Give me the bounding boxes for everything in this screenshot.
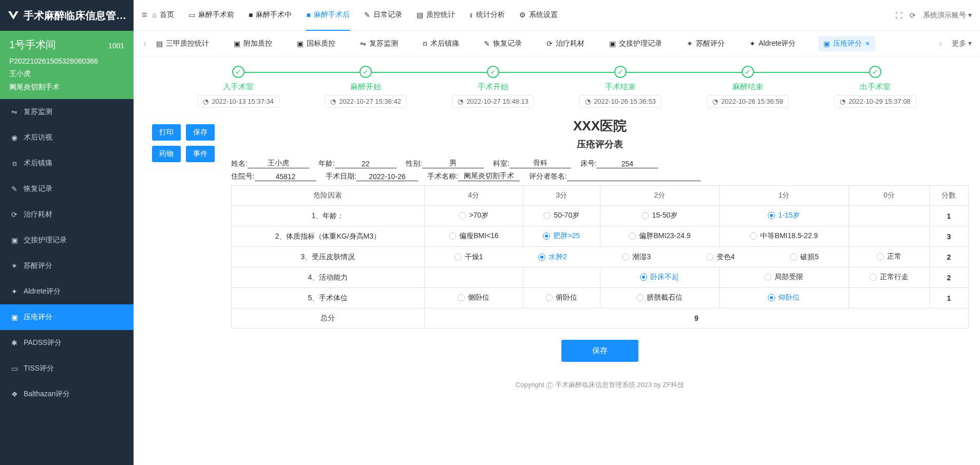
radio-dot-icon [706, 254, 713, 261]
timeline-time[interactable]: ◔2022-10-26 15:36:53 [579, 95, 662, 108]
sidebar-item-8[interactable]: ▣压疮评分 [0, 304, 134, 330]
nav-icon: ⇋ [10, 108, 18, 116]
radio-option[interactable]: 50-70岁 [543, 211, 579, 220]
fold-icon[interactable]: ≡ [142, 10, 147, 21]
tab-3[interactable]: ⇋复苏监测 [358, 36, 400, 51]
timeline-node-1: ✓麻醉开始◔2022-10-27 15:36:42 [302, 66, 429, 108]
radio-option[interactable]: 肥胖>25 [543, 231, 580, 241]
sidebar-item-7[interactable]: ✦Aldrete评分 [0, 279, 134, 304]
radio-option[interactable]: 正常行走 [870, 273, 909, 282]
tab-1[interactable]: ▣附加质控 [232, 36, 274, 51]
topnav-item-3[interactable]: ■麻醉手术后 [306, 0, 349, 31]
timeline-time[interactable]: ◔2022-10-29 15:37:08 [834, 95, 916, 108]
topnav-item-0[interactable]: ⌂首页 [153, 0, 174, 31]
topnav-icon: ■ [306, 11, 310, 19]
radio-option[interactable]: 中等BMI18.5-22.9 [750, 231, 818, 241]
sidebar-item-6[interactable]: ✶苏醒评分 [0, 253, 134, 279]
sidebar-item-0[interactable]: ⇋复苏监测 [0, 99, 134, 125]
radio-option[interactable]: 俯卧位 [545, 293, 577, 302]
tab-7[interactable]: ▣交接护理记录 [607, 36, 664, 51]
submit-button[interactable]: 保存 [561, 340, 638, 362]
tab-4[interactable]: ⧈术后镇痛 [421, 36, 461, 51]
close-icon[interactable]: ✕ [865, 40, 870, 47]
tab-6[interactable]: ⟳治疗耗材 [544, 36, 587, 51]
sidebar-item-5[interactable]: ▣交接护理记录 [0, 227, 134, 253]
sidebar-item-1[interactable]: ◉术后访视 [0, 125, 134, 150]
radio-dot-icon [458, 294, 465, 301]
sidebar-item-2[interactable]: ⧈术后镇痛 [0, 150, 134, 176]
radio-option[interactable]: 破损5 [790, 253, 819, 262]
radio-option[interactable]: 偏胖BMI23-24.9 [629, 231, 690, 241]
tab-8[interactable]: ✶苏醒评分 [685, 36, 727, 51]
tab-9[interactable]: ✦Aldrete评分 [747, 36, 798, 51]
tab-scroll-left[interactable]: ‹ [138, 40, 152, 48]
tabs-more[interactable]: 更多 ▾ [948, 39, 976, 48]
radio-option[interactable]: 水肿2 [538, 253, 567, 262]
radio-option[interactable]: 变色4 [706, 253, 735, 262]
topnav-item-7[interactable]: ⚙系统设置 [519, 0, 558, 31]
nav-icon: ✶ [10, 262, 18, 270]
info-dept[interactable]: 骨科 [510, 159, 571, 168]
topnav-item-1[interactable]: ▭麻醉手术前 [189, 0, 234, 31]
radio-dot-icon [764, 274, 771, 281]
sidebar-item-4[interactable]: ⟳治疗耗材 [0, 202, 134, 227]
footer: Copyright C 手术麻醉临床信息管理系统 2023 by ZF科技 [231, 373, 969, 400]
tab-icon: ▣ [823, 40, 830, 48]
info-bed[interactable]: 254 [596, 160, 658, 168]
radio-option[interactable]: 15-50岁 [642, 211, 677, 220]
tab-icon: ✎ [484, 40, 490, 48]
tab-scroll-right[interactable]: › [933, 40, 948, 48]
radio-option[interactable]: 局部受限 [764, 273, 803, 282]
info-surgery-name[interactable]: 阑尾炎切割手术 [458, 171, 520, 181]
radio-option[interactable]: >70岁 [459, 211, 488, 220]
topnav-icon: ▭ [189, 11, 195, 19]
radio-option[interactable]: 仰卧位 [768, 293, 800, 302]
radio-option[interactable]: 正常 [877, 252, 901, 261]
clock-icon: ◔ [840, 98, 845, 105]
info-name[interactable]: 王小虎 [248, 159, 309, 168]
table-header: 4分 [424, 186, 523, 206]
sidebar-item-9[interactable]: ✱PADSS评分 [0, 330, 134, 356]
sidebar-item-10[interactable]: ▭TISS评分 [0, 356, 134, 381]
timeline-time[interactable]: ◔2022-10-26 15:36:59 [707, 95, 789, 108]
topnav-item-2[interactable]: ■麻醉手术中 [249, 0, 292, 31]
tab-10[interactable]: ▣压疮评分✕ [818, 36, 875, 51]
sidebar-item-3[interactable]: ✎恢复记录 [0, 176, 134, 202]
radio-option[interactable]: 卧床不起 [640, 273, 679, 282]
radio-option[interactable]: 1-15岁 [768, 211, 800, 220]
info-gender[interactable]: 男 [422, 159, 484, 168]
topnav-icon: ■ [249, 11, 253, 19]
save-button[interactable]: 保存 [186, 124, 215, 141]
fullscreen-icon[interactable]: ⛶ [895, 11, 902, 20]
timeline-time[interactable]: ◔2022-10-27 15:48:13 [452, 95, 534, 108]
tab-2[interactable]: ▣国标质控 [295, 36, 337, 51]
radio-dot-icon [622, 254, 629, 261]
info-age[interactable]: 22 [335, 160, 397, 168]
print-button[interactable]: 打印 [152, 124, 181, 141]
tab-5[interactable]: ✎恢复记录 [482, 36, 524, 51]
caret-down-icon: ▾ [968, 11, 972, 19]
radio-option[interactable]: 膀胱截石位 [636, 293, 683, 302]
topnav-item-6[interactable]: ⫾统计分析 [469, 0, 505, 31]
radio-option[interactable]: 潮湿3 [622, 253, 651, 262]
timeline-time[interactable]: ◔2022-10-13 15:37:34 [197, 95, 279, 108]
refresh-icon[interactable]: ⟳ [910, 11, 916, 20]
info-signer[interactable] [567, 181, 701, 181]
topnav-item-5[interactable]: ▤质控统计 [417, 0, 455, 31]
total-score: 9 [424, 308, 968, 328]
event-button[interactable]: 事件 [186, 146, 215, 162]
radio-dot-icon [538, 254, 545, 261]
sidebar-item-11[interactable]: ❖Balthazan评分 [0, 381, 134, 407]
timeline-time[interactable]: ◔2022-10-27 15:36:42 [325, 95, 407, 108]
drug-button[interactable]: 药物 [152, 146, 181, 162]
tab-0[interactable]: ▤三甲质控统计 [154, 36, 211, 51]
radio-option[interactable]: 偏瘦BMI<16 [449, 231, 499, 241]
radio-option[interactable]: 干燥1 [455, 253, 483, 262]
info-admit[interactable]: 45812 [255, 172, 316, 181]
radio-option[interactable]: 侧卧位 [458, 293, 489, 302]
info-surgery-date[interactable]: 2022-10-26 [356, 172, 418, 181]
clock-icon: ◔ [712, 98, 718, 105]
sidebar: 手术麻醉临床信息管… 1号手术间 1001 P20221026150532806… [0, 0, 134, 465]
account-name[interactable]: 系统演示账号 ▾ [923, 11, 972, 20]
topnav-item-4[interactable]: ✎日常记录 [364, 0, 402, 31]
